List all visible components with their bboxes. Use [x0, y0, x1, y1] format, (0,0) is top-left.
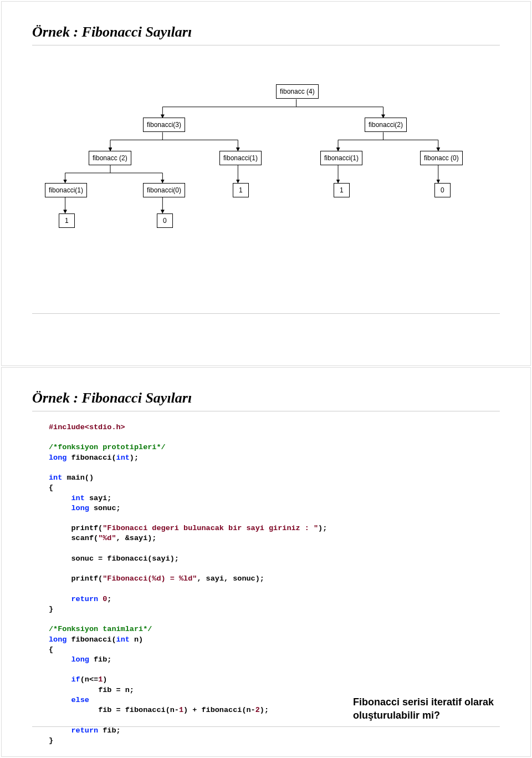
- leaf-0a: 0: [434, 183, 451, 197]
- leaf-0b: 0: [157, 213, 173, 228]
- slide-title: Örnek : Fibonacci Sayıları: [32, 24, 500, 40]
- leaf-1c: 1: [59, 213, 75, 228]
- fibonacci-call-tree: fibonacc (4) fibonacci(3) fibonacci(2) f…: [32, 79, 500, 256]
- slide-title: Örnek : Fibonacci Sayıları: [32, 390, 500, 406]
- slide-fibonacci-code: Örnek : Fibonacci Sayıları #include<stdi…: [1, 367, 531, 757]
- node-fib0-right: fibonacc (0): [420, 151, 463, 165]
- heading-rule: [32, 45, 500, 45]
- node-fib2-right: fibonacci(2): [365, 118, 407, 132]
- leaf-1b: 1: [334, 183, 350, 197]
- node-fib0-left: fibonacci(0): [143, 183, 185, 197]
- node-fib1-a: fibonacci(1): [219, 151, 262, 165]
- heading-rule: [32, 411, 500, 411]
- node-fib4: fibonacc (4): [276, 84, 319, 99]
- bottom-rule: [32, 726, 500, 727]
- node-fib2-left: fibonacc (2): [89, 151, 131, 165]
- node-fib1-b: fibonacci(1): [320, 151, 362, 165]
- node-fib1-c: fibonacci(1): [45, 183, 87, 197]
- side-question: Fibonacci serisi iteratif olarak oluştur…: [353, 696, 497, 722]
- slide-fibonacci-tree: Örnek : Fibonacci Sayıları: [1, 1, 531, 366]
- bottom-rule: [32, 313, 500, 314]
- tree-connectors: [32, 79, 500, 256]
- node-fib3: fibonacci(3): [143, 118, 185, 132]
- leaf-1a: 1: [233, 183, 249, 197]
